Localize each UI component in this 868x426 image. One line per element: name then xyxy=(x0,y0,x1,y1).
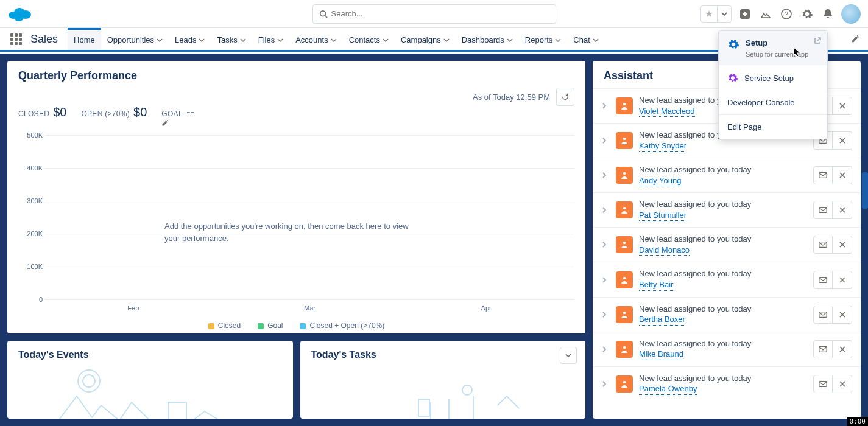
scrollbar[interactable] xyxy=(862,172,868,209)
external-link-icon xyxy=(814,37,821,44)
bell-icon[interactable] xyxy=(820,7,835,21)
svg-point-20 xyxy=(623,207,626,209)
chevron-down-icon[interactable] xyxy=(507,37,513,43)
svg-rect-27 xyxy=(819,312,827,317)
tab-tasks[interactable]: Tasks xyxy=(211,28,252,50)
tab-chat[interactable]: Chat xyxy=(567,28,604,50)
chevron-down-icon[interactable] xyxy=(443,37,450,43)
chevron-down-icon[interactable] xyxy=(331,37,337,43)
events-illustration xyxy=(18,369,282,419)
trailhead-icon[interactable] xyxy=(758,7,773,21)
chevron-right-icon xyxy=(601,138,610,144)
avatar[interactable] xyxy=(841,4,861,24)
pencil-icon[interactable] xyxy=(161,119,198,127)
card-menu-button[interactable] xyxy=(560,347,577,364)
svg-point-30 xyxy=(623,381,626,383)
lead-link[interactable]: Pat Stumuller xyxy=(639,210,686,222)
email-button[interactable] xyxy=(813,236,833,254)
lead-link[interactable]: Betty Bair xyxy=(639,279,673,291)
assistant-item[interactable]: New lead assigned to you todayPat Stumul… xyxy=(593,192,861,227)
menu-item-setup[interactable]: Setup Setup for current app xyxy=(719,31,827,65)
chevron-down-icon[interactable] xyxy=(383,37,389,43)
refresh-button[interactable] xyxy=(556,88,574,106)
lead-icon xyxy=(616,201,633,218)
lead-link[interactable]: Violet Maccleod xyxy=(639,106,695,117)
dismiss-button[interactable] xyxy=(833,271,852,289)
lead-link[interactable]: Kathy Snyder xyxy=(639,141,686,152)
app-name: Sales xyxy=(26,28,68,50)
chevron-down-icon[interactable] xyxy=(157,37,163,43)
gear-icon xyxy=(727,38,739,51)
dismiss-button[interactable] xyxy=(833,375,852,393)
lead-link[interactable]: David Monaco xyxy=(639,245,690,256)
menu-item-service-setup[interactable]: Service Setup xyxy=(719,65,827,91)
tab-reports[interactable]: Reports xyxy=(519,28,568,50)
assistant-item[interactable]: New lead assigned to you todayAndy Young xyxy=(593,158,861,192)
chevron-down-icon[interactable] xyxy=(717,6,731,22)
chevron-down-icon[interactable] xyxy=(240,37,246,43)
dismiss-button[interactable] xyxy=(833,131,852,150)
menu-item-edit-page[interactable]: Edit Page xyxy=(719,114,827,139)
add-icon[interactable] xyxy=(738,7,752,21)
email-button[interactable] xyxy=(813,375,833,393)
global-search[interactable] xyxy=(312,4,556,24)
tab-contacts[interactable]: Contacts xyxy=(343,28,395,50)
chevron-down-icon[interactable] xyxy=(277,37,283,43)
help-icon[interactable]: ? xyxy=(779,7,794,21)
tab-leads[interactable]: Leads xyxy=(169,28,211,50)
chevron-right-icon xyxy=(601,346,610,352)
dismiss-button[interactable] xyxy=(833,201,852,219)
tab-campaigns[interactable]: Campaigns xyxy=(395,28,456,50)
star-icon[interactable] xyxy=(701,6,717,22)
card-title: Today's Events xyxy=(18,349,282,360)
dismiss-button[interactable] xyxy=(833,236,852,254)
favorites-control[interactable] xyxy=(700,5,732,23)
svg-point-10 xyxy=(83,375,95,387)
assistant-item[interactable]: New lead assigned to you todayBertha Box… xyxy=(593,297,861,332)
svg-rect-19 xyxy=(819,173,827,178)
gear-icon[interactable] xyxy=(800,7,814,21)
tab-home[interactable]: Home xyxy=(68,28,101,50)
tab-opportunities[interactable]: Opportunities xyxy=(101,28,169,50)
lead-link[interactable]: Mike Braund xyxy=(639,349,683,360)
svg-rect-25 xyxy=(819,277,827,282)
svg-rect-31 xyxy=(819,381,827,386)
chevron-right-icon xyxy=(601,103,610,109)
lead-link[interactable]: Bertha Boxer xyxy=(639,314,685,326)
chevron-down-icon[interactable] xyxy=(555,37,561,43)
tab-dashboards[interactable]: Dashboards xyxy=(456,28,519,50)
email-button[interactable] xyxy=(813,340,833,358)
pencil-icon[interactable] xyxy=(842,28,868,50)
lead-icon xyxy=(616,167,633,184)
tab-files[interactable]: Files xyxy=(252,28,289,50)
setup-menu: Setup Setup for current app Service Setu… xyxy=(718,30,828,139)
gear-icon xyxy=(727,72,738,83)
search-input[interactable] xyxy=(331,9,549,18)
email-button[interactable] xyxy=(813,166,833,184)
lead-link[interactable]: Pamela Owenby xyxy=(639,383,697,395)
assistant-item[interactable]: New lead assigned to you todayBetty Bair xyxy=(593,262,861,296)
email-button[interactable] xyxy=(813,306,833,324)
dismiss-button[interactable] xyxy=(833,166,852,184)
assistant-item[interactable]: New lead assigned to you todayPamela Owe… xyxy=(593,366,861,401)
search-icon xyxy=(319,10,328,18)
app-launcher-icon[interactable] xyxy=(6,28,26,50)
assistant-item[interactable]: New lead assigned to you todayMike Braun… xyxy=(593,332,861,366)
dismiss-button[interactable] xyxy=(833,306,852,324)
svg-point-26 xyxy=(623,311,626,313)
email-button[interactable] xyxy=(813,271,833,289)
chevron-down-icon[interactable] xyxy=(199,37,205,43)
dismiss-button[interactable] xyxy=(833,97,852,115)
lead-link[interactable]: Andy Young xyxy=(639,175,681,187)
assistant-item[interactable]: New lead assigned to you todayDavid Mona… xyxy=(593,227,861,262)
svg-rect-23 xyxy=(819,242,827,248)
dismiss-button[interactable] xyxy=(833,340,852,358)
tab-accounts[interactable]: Accounts xyxy=(289,28,342,50)
svg-text:?: ? xyxy=(785,10,788,18)
email-button[interactable] xyxy=(813,201,833,219)
tasks-illustration xyxy=(311,369,575,419)
card-title: Today's Tasks xyxy=(311,349,575,360)
todays-tasks-card: Today's Tasks xyxy=(300,341,586,419)
chevron-down-icon[interactable] xyxy=(593,37,599,43)
menu-item-developer-console[interactable]: Developer Console xyxy=(719,91,827,114)
